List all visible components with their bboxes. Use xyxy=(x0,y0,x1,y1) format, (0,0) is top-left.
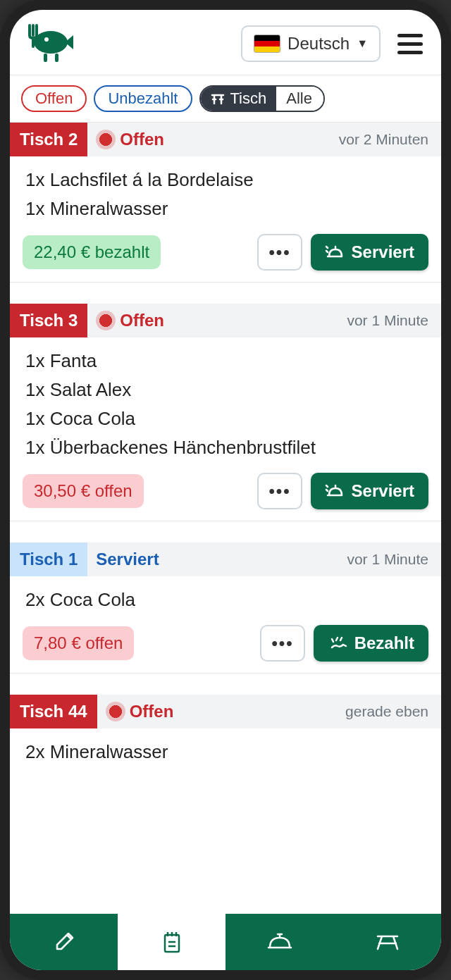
svg-marker-1 xyxy=(65,35,73,49)
mark-served-button[interactable]: Serviert xyxy=(311,234,428,271)
order-items: 1x Fanta1x Salat Alex1x Coca Cola1x Über… xyxy=(10,337,441,473)
order-status: Serviert xyxy=(96,550,338,569)
order-item: 1x Lachsfilet á la Bordelaise xyxy=(25,169,426,191)
order-timestamp: vor 1 Minute xyxy=(347,312,428,329)
order-footer: 22,40 € bezahlt•••Serviert xyxy=(10,234,441,271)
order-timestamp: vor 1 Minute xyxy=(347,551,428,568)
bottom-nav xyxy=(10,914,441,970)
price-badge: 7,80 € offen xyxy=(23,626,134,660)
more-button[interactable]: ••• xyxy=(260,625,304,662)
filter-open[interactable]: Offen xyxy=(21,85,87,112)
order-items: 2x Mineralwasser xyxy=(10,728,441,777)
order-header: Tisch 1Serviertvor 1 Minute xyxy=(10,542,441,576)
orders-list: Tisch 2Offenvor 2 Minuten1x Lachsfilet á… xyxy=(10,122,441,914)
action-label: Serviert xyxy=(352,481,414,501)
order-footer: 30,50 € offen•••Serviert xyxy=(10,473,441,509)
notepad-icon xyxy=(159,929,185,955)
order-status: Offen xyxy=(96,311,338,330)
svg-rect-5 xyxy=(165,935,179,952)
view-toggle: Tisch Alle xyxy=(199,85,325,112)
action-label: Serviert xyxy=(352,242,414,262)
order-footer: 7,80 € offen•••Bezahlt xyxy=(10,625,441,662)
price-badge: 22,40 € bezahlt xyxy=(23,235,161,269)
pencil-icon xyxy=(51,929,77,955)
language-selector[interactable]: Deutsch ▼ xyxy=(241,25,381,62)
svg-rect-3 xyxy=(44,54,47,62)
svg-point-0 xyxy=(34,31,68,54)
status-label: Serviert xyxy=(96,550,159,569)
order-header: Tisch 44Offengerade eben xyxy=(10,695,441,728)
table-tag: Tisch 2 xyxy=(10,123,87,156)
order-item: 2x Coca Cola xyxy=(25,589,426,611)
order-timestamp: gerade eben xyxy=(345,703,428,720)
order-item: 1x Coca Cola xyxy=(25,408,426,430)
filter-unpaid[interactable]: Unbezahlt xyxy=(94,85,192,112)
pulse-dot-icon xyxy=(106,702,125,721)
order-card: Tisch 3Offenvor 1 Minute1x Fanta1x Salat… xyxy=(10,304,441,521)
nav-edit[interactable] xyxy=(10,914,118,970)
order-item: 2x Mineralwasser xyxy=(25,741,426,763)
order-item: 1x Mineralwasser xyxy=(25,198,426,220)
flag-germany-icon xyxy=(254,35,280,53)
order-items: 2x Coca Cola xyxy=(10,576,441,625)
table-tag: Tisch 1 xyxy=(10,542,87,576)
order-timestamp: vor 2 Minuten xyxy=(339,131,428,148)
mark-served-button[interactable]: Serviert xyxy=(311,473,428,509)
svg-rect-4 xyxy=(55,54,58,62)
order-status: Offen xyxy=(96,130,330,149)
language-label: Deutsch xyxy=(288,34,350,54)
app-logo xyxy=(24,23,73,65)
order-item: 1x Fanta xyxy=(25,350,426,372)
view-toggle-all[interactable]: Alle xyxy=(276,87,323,111)
table-tag: Tisch 3 xyxy=(10,304,87,337)
action-label: Bezahlt xyxy=(354,633,414,653)
order-header: Tisch 3Offenvor 1 Minute xyxy=(10,304,441,337)
order-card: Tisch 44Offengerade eben2x Mineralwasser xyxy=(10,695,441,777)
nav-tables[interactable] xyxy=(333,914,441,970)
more-button[interactable]: ••• xyxy=(257,234,302,271)
bell-icon xyxy=(266,929,294,955)
more-button[interactable]: ••• xyxy=(257,473,302,509)
nav-service[interactable] xyxy=(226,914,333,970)
filter-bar: Offen Unbezahlt Tisch Alle xyxy=(10,75,441,122)
nav-orders[interactable] xyxy=(118,914,226,970)
order-items: 1x Lachsfilet á la Bordelaise1x Mineralw… xyxy=(10,156,441,234)
view-toggle-table[interactable]: Tisch xyxy=(201,87,277,111)
mark-paid-button[interactable]: Bezahlt xyxy=(314,625,428,662)
status-label: Offen xyxy=(130,702,174,721)
order-status: Offen xyxy=(106,702,337,721)
pulse-dot-icon xyxy=(96,311,116,330)
menu-button[interactable] xyxy=(393,30,427,58)
order-item: 1x Salat Alex xyxy=(25,379,426,401)
table-tag: Tisch 44 xyxy=(10,695,97,728)
order-card: Tisch 1Serviertvor 1 Minute2x Coca Cola7… xyxy=(10,542,441,674)
status-label: Offen xyxy=(120,311,164,330)
pulse-dot-icon xyxy=(96,130,116,149)
chevron-down-icon: ▼ xyxy=(357,37,368,50)
status-label: Offen xyxy=(120,130,164,149)
order-card: Tisch 2Offenvor 2 Minuten1x Lachsfilet á… xyxy=(10,123,441,283)
app-header: Deutsch ▼ xyxy=(10,10,441,75)
picnic-table-icon xyxy=(373,929,402,955)
table-icon xyxy=(211,92,225,105)
svg-point-2 xyxy=(44,37,49,42)
price-badge: 30,50 € offen xyxy=(23,474,144,508)
order-header: Tisch 2Offenvor 2 Minuten xyxy=(10,123,441,156)
order-item: 1x Überbackenes Hänchenbrustfilet xyxy=(25,437,426,459)
